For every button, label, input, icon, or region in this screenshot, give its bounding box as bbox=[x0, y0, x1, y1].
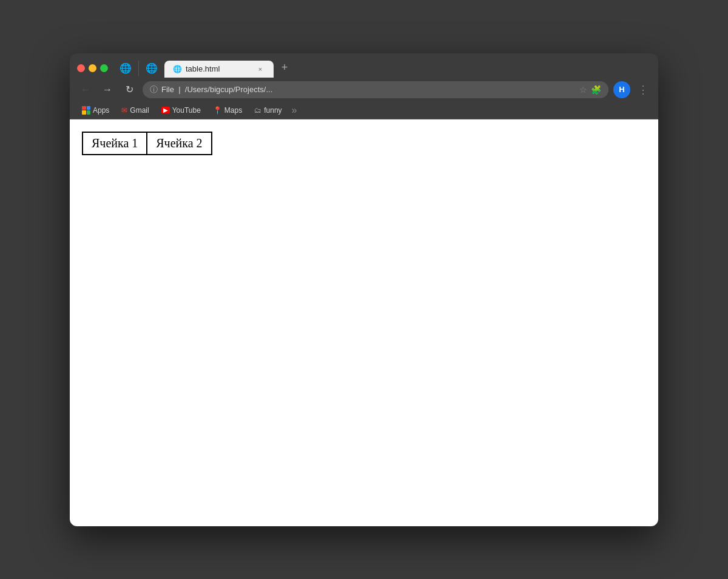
back-button[interactable]: ← bbox=[77, 81, 94, 98]
bookmark-apps-label: Apps bbox=[93, 106, 109, 115]
gmail-icon: ✉ bbox=[121, 106, 127, 115]
html-table: Ячейка 1 Ячейка 2 bbox=[82, 132, 212, 155]
table-cell-2: Ячейка 2 bbox=[147, 132, 211, 155]
maps-icon: 📍 bbox=[213, 106, 222, 115]
active-tab[interactable]: 🌐 table.html × bbox=[164, 61, 274, 78]
nav-bar: ← → ↻ ⓘ File | /Users/bigcup/Projects/..… bbox=[70, 78, 658, 102]
bookmark-youtube[interactable]: ▶ YouTube bbox=[157, 104, 206, 116]
tab-close-button[interactable]: × bbox=[255, 64, 265, 74]
tab-bar: 🌐 table.html × + bbox=[164, 59, 651, 78]
table-row: Ячейка 1 Ячейка 2 bbox=[83, 132, 212, 155]
bookmarks-bar: Apps ✉ Gmail ▶ YouTube 📍 Maps 🗂 funny » bbox=[70, 102, 658, 119]
apps-grid-icon bbox=[82, 106, 90, 115]
table-cell-1: Ячейка 1 bbox=[83, 132, 147, 155]
bookmark-gmail-label: Gmail bbox=[130, 106, 149, 115]
back-globe-icon[interactable]: 🌐 bbox=[144, 61, 160, 76]
minimize-button[interactable] bbox=[89, 64, 96, 72]
browser-window: 🌐 🌐 🌐 table.html × + ← → ↻ ⓘ File | /Use… bbox=[70, 53, 658, 526]
extensions-icon[interactable]: 🧩 bbox=[591, 85, 601, 95]
separator bbox=[138, 61, 139, 76]
title-bar: 🌐 🌐 🌐 table.html × + bbox=[70, 53, 658, 78]
traffic-lights bbox=[77, 64, 108, 72]
globe-icon[interactable]: 🌐 bbox=[118, 61, 133, 76]
tab-title: table.html bbox=[186, 64, 252, 73]
address-bar[interactable]: ⓘ File | /Users/bigcup/Projects/... ☆ 🧩 bbox=[143, 81, 608, 98]
forward-button[interactable]: → bbox=[99, 81, 116, 98]
page-content: Ячейка 1 Ячейка 2 bbox=[70, 119, 658, 526]
bookmark-youtube-label: YouTube bbox=[172, 106, 201, 115]
reload-button[interactable]: ↻ bbox=[121, 81, 138, 98]
nav-icons-left: 🌐 🌐 bbox=[118, 61, 160, 76]
address-protocol: File | /Users/bigcup/Projects/... bbox=[161, 85, 576, 94]
folder-icon: 🗂 bbox=[254, 106, 261, 115]
profile-avatar[interactable]: H bbox=[613, 81, 630, 98]
address-actions: ☆ 🧩 bbox=[579, 85, 601, 95]
bookmark-maps-label: Maps bbox=[224, 106, 242, 115]
bookmarks-more-button[interactable]: » bbox=[292, 105, 297, 116]
bookmark-funny-label: funny bbox=[264, 106, 281, 115]
bookmark-maps[interactable]: 📍 Maps bbox=[208, 104, 247, 116]
youtube-icon: ▶ bbox=[161, 107, 170, 113]
bookmark-gmail[interactable]: ✉ Gmail bbox=[116, 104, 153, 116]
maximize-button[interactable] bbox=[100, 64, 108, 72]
new-tab-button[interactable]: + bbox=[276, 59, 293, 76]
more-menu-button[interactable]: ⋮ bbox=[635, 83, 651, 96]
info-icon: ⓘ bbox=[150, 84, 158, 95]
bookmark-funny[interactable]: 🗂 funny bbox=[249, 104, 286, 116]
bookmark-apps[interactable]: Apps bbox=[77, 104, 114, 116]
tab-favicon: 🌐 bbox=[173, 65, 182, 73]
star-icon[interactable]: ☆ bbox=[579, 85, 587, 95]
close-button[interactable] bbox=[77, 64, 85, 72]
